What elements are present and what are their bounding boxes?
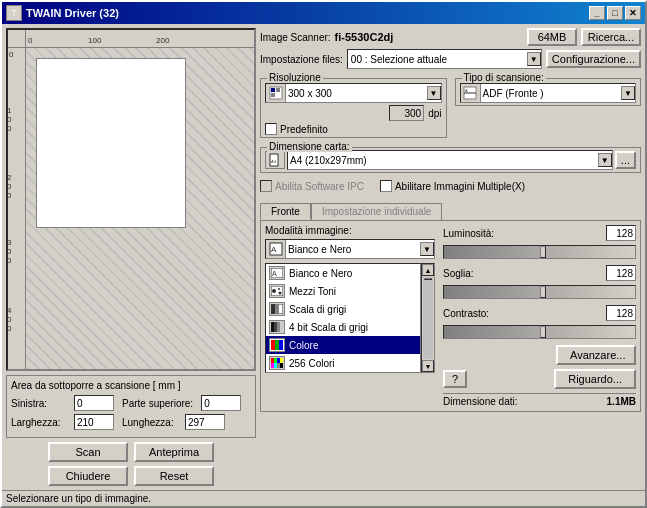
ruler-tick: 200 — [156, 36, 169, 45]
bottom-right-row: ? Riguardo... — [443, 369, 636, 389]
predefined-row: Predefinito — [265, 123, 442, 135]
threshold-slider[interactable] — [443, 285, 636, 299]
scan-button[interactable]: Scan — [48, 442, 128, 462]
mode-4bit-label: 4 bit Scala di grigi — [289, 322, 368, 333]
config-button[interactable]: Configurazione... — [546, 50, 641, 68]
preview-button[interactable]: Anteprima — [134, 442, 214, 462]
svg-rect-34 — [277, 363, 280, 368]
mode-color-label: Colore — [289, 340, 318, 351]
svg-rect-28 — [271, 358, 274, 363]
svg-rect-21 — [271, 322, 274, 332]
scroll-up-button[interactable]: ▲ — [422, 264, 434, 276]
software-ipc-label: Abilita Software IPC — [275, 181, 364, 192]
image-mode-icon: A — [266, 240, 286, 258]
scroll-thumb[interactable] — [424, 278, 432, 280]
left-label: Sinistra: — [11, 398, 66, 409]
avanzare-button[interactable]: Avanzare... — [556, 345, 636, 365]
main-window: T TWAIN Driver (32) _ □ ✕ 0 100 200 0 10… — [0, 0, 647, 508]
threshold-thumb[interactable] — [540, 286, 546, 298]
main-content: 0 100 200 0 100 200 300 400 Area da sott… — [2, 24, 645, 490]
contrast-label: Contrasto: — [443, 308, 493, 319]
dpi-row: 300 dpi — [265, 105, 442, 121]
mode-item-gray[interactable]: Scala di grigi — [266, 300, 420, 318]
scan-area-title: Area da sottoporre a scansione [ mm ] — [11, 380, 251, 391]
window-title: TWAIN Driver (32) — [26, 7, 119, 19]
help-button[interactable]: ? — [443, 370, 467, 388]
mode-dropdown-list: A Bianco e Nero Mezzi Toni — [265, 263, 421, 373]
scan-type-title: Tipo di scansione: — [462, 72, 546, 83]
riguardo-button[interactable]: Riguardo... — [554, 369, 636, 389]
multiple-images-row: Abilitare Immagini Multiple(X) — [380, 180, 525, 192]
svg-text:A: A — [271, 245, 277, 254]
ruler-tick-100: 100 — [7, 106, 11, 133]
close-dialog-button[interactable]: Chiudere — [48, 466, 128, 486]
maximize-button[interactable]: □ — [607, 6, 623, 20]
top-value[interactable]: 0 — [201, 395, 241, 411]
brightness-value: 128 — [606, 225, 636, 241]
tab-impostazione: Impostazione individuale — [311, 203, 443, 220]
svg-text:A4: A4 — [271, 159, 277, 164]
ruler-tick-400: 400 — [7, 306, 11, 333]
scroll-down-button[interactable]: ▼ — [422, 360, 434, 372]
contrast-thumb[interactable] — [540, 326, 546, 338]
scan-white-area — [36, 58, 186, 228]
mode-item-256[interactable]: 256 Colori — [266, 354, 420, 372]
top-label: Parte superiore: — [122, 398, 193, 409]
software-ipc-checkbox — [260, 180, 272, 192]
primary-buttons: Scan Anteprima — [6, 442, 256, 462]
search-button[interactable]: Ricerca... — [581, 28, 641, 46]
paper-size-arrow[interactable]: ▼ — [598, 153, 612, 167]
resolution-combo[interactable]: 300 x 300 ▼ — [265, 83, 442, 103]
image-mode-arrow[interactable]: ▼ — [420, 242, 434, 256]
mode-item-halftone[interactable]: Mezzi Toni — [266, 282, 420, 300]
scanner-label: Image Scanner: — [260, 32, 331, 43]
file-settings-dropdown-arrow[interactable]: ▼ — [527, 52, 541, 66]
contrast-slider[interactable] — [443, 325, 636, 339]
svg-rect-2 — [276, 88, 280, 92]
tab-fronte[interactable]: Fronte — [260, 203, 311, 220]
scan-type-combo[interactable]: A ADF (Fronte ) ▼ — [460, 83, 637, 103]
svg-point-14 — [272, 289, 276, 293]
title-bar: T TWAIN Driver (32) _ □ ✕ — [2, 2, 645, 24]
memory-button[interactable]: 64MB — [527, 28, 577, 46]
width-value[interactable]: 210 — [74, 414, 114, 430]
close-button[interactable]: ✕ — [625, 6, 641, 20]
mode-item-4bit[interactable]: 4 bit Scala di grigi — [266, 318, 420, 336]
multiple-images-label: Abilitare Immagini Multiple(X) — [395, 181, 525, 192]
svg-rect-27 — [279, 340, 283, 350]
ruler-tick: 0 — [28, 36, 32, 45]
image-mode-label: Modalità immagine: — [265, 225, 435, 236]
resolution-arrow[interactable]: ▼ — [427, 86, 441, 100]
svg-rect-25 — [271, 340, 275, 350]
mode-gray-label: Scala di grigi — [289, 304, 346, 315]
mode-item-bw[interactable]: A Bianco e Nero — [266, 264, 420, 282]
paper-extra-button[interactable]: ... — [615, 151, 636, 169]
contrast-row: Contrasto: 128 — [443, 305, 636, 321]
scan-info-panel: Area da sottoporre a scansione [ mm ] Si… — [6, 375, 256, 438]
list-scrollbar[interactable]: ▲ ▼ — [421, 263, 435, 373]
mode-item-color[interactable]: Colore — [266, 336, 420, 354]
dim-data-row: Dimensione dati: 1.1MB — [443, 393, 636, 407]
scan-type-arrow[interactable]: ▼ — [621, 86, 635, 100]
predefined-checkbox[interactable] — [265, 123, 277, 135]
left-panel: 0 100 200 0 100 200 300 400 Area da sott… — [6, 28, 256, 486]
reset-button[interactable]: Reset — [134, 466, 214, 486]
avanzare-row: Avanzare... — [443, 345, 636, 365]
brightness-thumb[interactable] — [540, 246, 546, 258]
left-value[interactable]: 0 — [74, 395, 114, 411]
svg-text:A: A — [272, 270, 277, 277]
image-mode-value: Bianco e Nero — [286, 244, 420, 255]
brightness-slider[interactable] — [443, 245, 636, 259]
halftone-icon — [269, 284, 285, 298]
height-value[interactable]: 297 — [185, 414, 225, 430]
resolution-icon — [266, 84, 286, 102]
ruler-tick: 100 — [88, 36, 101, 45]
paper-icon: A4 — [265, 151, 285, 169]
threshold-slider-track — [443, 285, 636, 299]
minimize-button[interactable]: _ — [589, 6, 605, 20]
bw-icon: A — [269, 266, 285, 280]
image-mode-combo[interactable]: A Bianco e Nero ▼ — [265, 239, 435, 259]
multiple-images-checkbox[interactable] — [380, 180, 392, 192]
brightness-row: Luminosità: 128 — [443, 225, 636, 241]
dim-value: 1.1MB — [607, 396, 636, 407]
